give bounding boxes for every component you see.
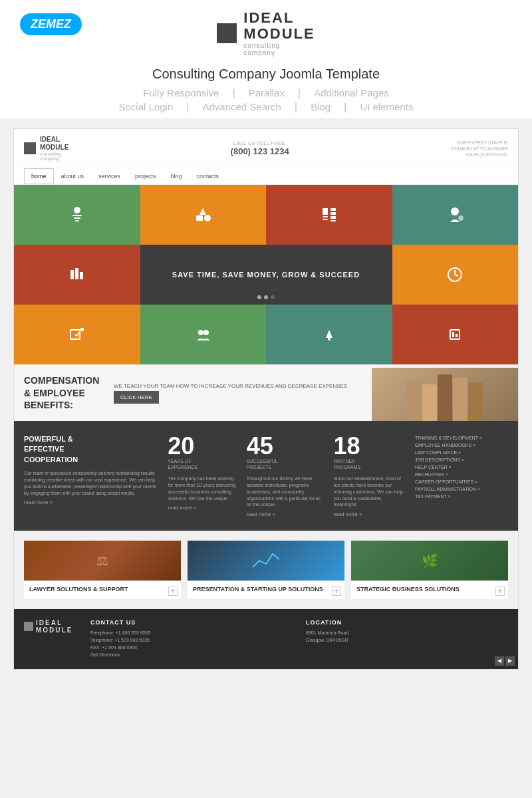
link-careers[interactable]: CAREER OPPORTUNITIES » — [415, 478, 508, 485]
svg-rect-17 — [75, 268, 78, 279]
read-more-2[interactable]: read more » — [168, 505, 236, 511]
stat-desc-2: Throughout our history we have assisted … — [247, 475, 324, 508]
tile-5[interactable] — [14, 245, 140, 305]
link-handbooks[interactable]: EMPLOYEE HANDBOOKS » — [415, 442, 508, 449]
nav-contacts[interactable]: contacts — [190, 168, 227, 184]
tile-9[interactable] — [266, 305, 392, 364]
svg-rect-18 — [80, 272, 83, 279]
page-header: ZEMEZ IDEALMODULE consultingcompany Cons… — [0, 0, 532, 118]
nav-about[interactable]: about us — [54, 168, 92, 184]
tile-center-text: SAVE TIME, SAVE MONEY, GROW & SUCCEED — [172, 270, 360, 280]
read-more-1[interactable]: read more » — [24, 499, 158, 505]
svg-rect-3 — [75, 220, 79, 221]
tile-7[interactable] — [14, 305, 140, 364]
tile-8[interactable] — [140, 305, 267, 364]
read-more-4[interactable]: read more » — [333, 511, 405, 517]
service-title-2: PRESENTATION & STARTING UP SOLUTIONS — [193, 586, 339, 594]
inner-brand: IDEALMODULE consultingcompany — [24, 136, 68, 161]
brand-square-icon — [217, 23, 237, 43]
link-payroll[interactable]: PAYROLL ADMINISTRATION » — [415, 485, 508, 493]
preview-box: IDEALMODULE consultingcompany CALL US TO… — [13, 128, 519, 669]
link-compliance[interactable]: LAW COMPLIANCE » — [415, 449, 508, 456]
stat-desc-3: Since our establishment, most of our cli… — [333, 475, 405, 508]
brand-logo: IDEALMODULE consultingcompany — [217, 10, 315, 57]
footer-brand-sq: IDEALMODULE — [24, 619, 77, 634]
sep1: | — [233, 87, 235, 98]
hours-text: OUR EXPERT STAFF ISSTANDBY AT TO ANSWERY… — [451, 140, 508, 158]
svg-rect-12 — [331, 220, 336, 221]
banner-title: COMPENSATION& EMPLOYEEBENEFITS: — [24, 374, 104, 411]
tile-10[interactable] — [392, 305, 519, 364]
service-plus-3[interactable]: + — [495, 587, 505, 596]
service-plus-1[interactable]: + — [168, 587, 178, 596]
tile-3[interactable] — [266, 185, 392, 245]
nav-home[interactable]: home — [24, 168, 54, 184]
svg-rect-27 — [450, 330, 460, 339]
inner-brand-square — [24, 142, 36, 154]
nav-blog[interactable]: blog — [164, 168, 190, 184]
service-plus-2[interactable]: + — [332, 587, 341, 596]
inner-brand-name: IDEALMODULE — [40, 136, 68, 152]
link-training[interactable]: TRAINING & DEVELOPMENT » — [415, 434, 508, 442]
footer-logo: IDEALMODULE — [24, 619, 77, 659]
people-silhouettes — [407, 374, 483, 421]
footer-brand-name: IDEALMODULE — [36, 619, 72, 634]
zemez-logo[interactable]: ZEMEZ — [20, 13, 82, 35]
tile-1[interactable] — [14, 185, 140, 245]
preview-wrapper: IDEALMODULE consultingcompany CALL US TO… — [0, 118, 532, 679]
tile-4[interactable]: ? — [392, 185, 519, 245]
nav-services[interactable]: services — [91, 168, 128, 184]
feature-search: Advanced Search — [202, 101, 281, 112]
arrow-right[interactable]: ▶ — [505, 656, 515, 666]
service-title-3: STRATEGIC BUSINESS SOLUTIONS — [356, 586, 503, 594]
stat-label-1: YEARS OFEXPERIENCE — [168, 458, 236, 470]
link-help[interactable]: HELP CENTER » — [415, 464, 508, 471]
footer-square-icon — [24, 622, 33, 631]
service-card-3: 🌿 STRATEGIC BUSINESS SOLUTIONS + — [351, 541, 508, 599]
svg-rect-1 — [72, 215, 82, 216]
feature-responsive: Fully Responsive — [143, 87, 219, 98]
svg-rect-28 — [452, 332, 454, 337]
read-more-3[interactable]: read more » — [247, 511, 324, 517]
svg-text:?: ? — [460, 216, 462, 221]
svg-rect-29 — [456, 334, 458, 337]
phone-section: CALL US TOLL FREE: (800) 123 1234 — [231, 140, 289, 156]
arrow-left[interactable]: ◀ — [495, 656, 504, 666]
features-row-1: Fully Responsive | Parallax | Additional… — [13, 87, 519, 98]
stat-block-1: 20 YEARS OFEXPERIENCE The company has be… — [168, 434, 236, 517]
location-title: LOCATION — [306, 619, 508, 626]
site-title: Consulting Company Joomla Template — [13, 66, 519, 82]
link-tax[interactable]: TAX PAYMENT » — [415, 493, 508, 500]
feature-blog: Blog — [311, 101, 331, 112]
phone-number: (800) 123 1234 — [231, 146, 289, 156]
svg-rect-2 — [74, 217, 80, 219]
svg-line-21 — [455, 275, 458, 276]
service-body-3: STRATEGIC BUSINESS SOLUTIONS + — [351, 581, 508, 599]
link-jobs[interactable]: JOB DESCRIPTIONS » — [415, 456, 508, 464]
tile-grid-row1: ? — [14, 185, 518, 245]
banner-title-area: COMPENSATION& EMPLOYEEBENEFITS: — [24, 374, 104, 411]
call-label: CALL US TOLL FREE: — [231, 140, 289, 146]
stat-label-2: SUCCESSFULPROJECTS — [247, 458, 324, 470]
banner-button[interactable]: CLICK HERE — [114, 391, 159, 404]
carousel-dots — [257, 295, 275, 299]
svg-point-13 — [451, 207, 459, 215]
brand-name: IDEALMODULE — [243, 10, 315, 42]
stats-links: TRAINING & DEVELOPMENT » EMPLOYEE HANDBO… — [415, 434, 508, 517]
tile-center[interactable]: SAVE TIME, SAVE MONEY, GROW & SUCCEED — [140, 245, 392, 305]
brand-text: IDEALMODULE consultingcompany — [243, 10, 315, 57]
person-5 — [468, 382, 483, 421]
link-recruiting[interactable]: RECRUITING » — [415, 471, 508, 478]
svg-rect-9 — [331, 208, 336, 211]
location-section: LOCATION 8901 Marmora Road Glasgow, D04 … — [306, 619, 508, 659]
nav-projects[interactable]: projects — [128, 168, 164, 184]
tile-2[interactable] — [140, 185, 267, 245]
banner-section: COMPENSATION& EMPLOYEEBENEFITS: WE TEACH… — [14, 364, 518, 421]
tile-6[interactable] — [392, 245, 519, 305]
svg-rect-23 — [80, 328, 84, 331]
stats-title: POWERFUL &EFFECTIVECOOPERATION — [24, 434, 158, 465]
service-card-2: PRESENTATION & STARTING UP SOLUTIONS + — [188, 541, 344, 599]
svg-rect-10 — [331, 212, 336, 215]
stats-desc: Our team of specialists consistently del… — [24, 470, 158, 496]
stat-block-3: 18 PARTNERPROGRAMS Since our establishme… — [333, 434, 405, 517]
